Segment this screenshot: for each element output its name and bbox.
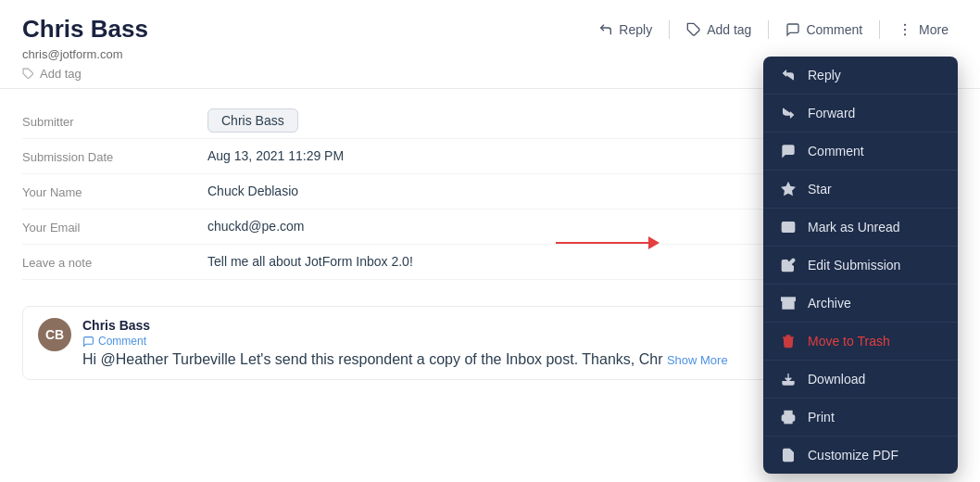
dropdown-trash-label: Move to Trash [808, 334, 890, 349]
submitter-badge: Chris Bass [207, 108, 298, 133]
dropdown-archive-icon [780, 295, 797, 311]
field-value-submitter: Chris Bass [207, 113, 298, 128]
dropdown-comment-icon [780, 143, 797, 159]
dropdown-reply-label: Reply [808, 68, 841, 82]
dropdown-pdf-label: Customize PDF [808, 448, 898, 463]
comment-tag: Comment [82, 335, 728, 348]
avatar: CB [38, 318, 71, 351]
field-value-email: chuckd@pe.com [207, 219, 304, 234]
add-tag-button[interactable]: Add tag [677, 17, 760, 43]
dropdown-archive-label: Archive [808, 296, 851, 311]
more-icon [897, 21, 913, 38]
dropdown-forward-label: Forward [808, 106, 855, 120]
dropdown-download[interactable]: Download [763, 361, 958, 399]
comment-body: Chris Bass Comment Hi @Heather Turbevill… [82, 318, 728, 368]
reply-button[interactable]: Reply [589, 17, 661, 43]
comment-text-content: Hi @Heather Turbeville Let's send this r… [82, 351, 662, 367]
divider3 [879, 20, 880, 39]
dropdown-pdf-icon [780, 447, 797, 463]
dropdown-star-label: Star [808, 182, 832, 197]
field-label-name: Your Name [22, 184, 207, 199]
header-actions: Reply Add tag Comment More [589, 16, 958, 44]
page-title: Chris Bass [22, 15, 148, 44]
dropdown-edit-label: Edit Submission [808, 258, 900, 273]
tag-small-icon [22, 68, 34, 80]
svg-rect-5 [782, 298, 796, 300]
comment-author: Chris Bass [82, 318, 728, 333]
arrow-head [648, 236, 660, 249]
dropdown-reply[interactable]: Reply [763, 57, 958, 95]
dropdown-mark-unread[interactable]: Mark as Unread [763, 209, 958, 247]
dropdown-edit-icon [780, 257, 797, 273]
divider2 [768, 20, 769, 39]
divider [669, 20, 670, 39]
dropdown-star-icon [780, 181, 797, 197]
svg-marker-4 [782, 183, 794, 195]
more-button-wrapper: More Reply Forward [887, 16, 958, 44]
dropdown-comment-label: Comment [808, 144, 864, 159]
field-label-email: Your Email [22, 219, 207, 235]
field-label-note: Leave a note [22, 254, 207, 270]
dropdown-trash[interactable]: Move to Trash [763, 323, 958, 361]
dropdown-print-icon [780, 409, 797, 425]
dropdown-comment[interactable]: Comment [763, 133, 958, 171]
dropdown-menu: Reply Forward Comment [763, 57, 958, 474]
arrow [556, 236, 660, 249]
dropdown-trash-icon [780, 333, 797, 349]
reply-icon [598, 22, 613, 37]
dropdown-forward[interactable]: Forward [763, 95, 958, 133]
show-more-button[interactable]: Show More [667, 353, 728, 367]
dropdown-customize-pdf[interactable]: Customize PDF [763, 437, 958, 474]
comment-button[interactable]: Comment [776, 17, 872, 43]
more-button[interactable]: More [887, 16, 958, 44]
header: Chris Bass Reply Add tag Comment More [0, 0, 980, 89]
svg-point-2 [904, 28, 906, 30]
comment-text: Hi @Heather Turbeville Let's send this r… [82, 351, 728, 368]
dropdown-mark-unread-label: Mark as Unread [808, 220, 900, 235]
comment-tag-label: Comment [98, 335, 146, 348]
add-tag-label: Add tag [40, 67, 82, 81]
svg-point-1 [904, 23, 906, 25]
dropdown-print[interactable]: Print [763, 399, 958, 437]
field-label-date: Submission Date [22, 148, 207, 164]
dropdown-forward-icon [780, 105, 797, 121]
tag-icon [686, 22, 701, 37]
dropdown-star[interactable]: Star [763, 171, 958, 209]
dropdown-reply-icon [780, 67, 797, 83]
comment-icon [785, 22, 800, 37]
svg-point-3 [904, 33, 906, 35]
dropdown-download-icon [780, 371, 797, 387]
dropdown-print-label: Print [808, 410, 835, 425]
field-value-name: Chuck Deblasio [207, 184, 298, 198]
dropdown-archive[interactable]: Archive [763, 285, 958, 323]
dropdown-mark-unread-icon [780, 219, 797, 235]
svg-rect-8 [785, 418, 792, 423]
dropdown-edit-submission[interactable]: Edit Submission [763, 247, 958, 285]
field-label-submitter: Submitter [22, 113, 207, 129]
field-value-note: Tell me all about JotForm Inbox 2.0! [207, 254, 413, 269]
dropdown-download-label: Download [808, 372, 865, 387]
comment-tag-icon [82, 336, 94, 348]
arrow-line [556, 242, 648, 244]
field-value-date: Aug 13, 2021 11:29 PM [207, 148, 344, 163]
